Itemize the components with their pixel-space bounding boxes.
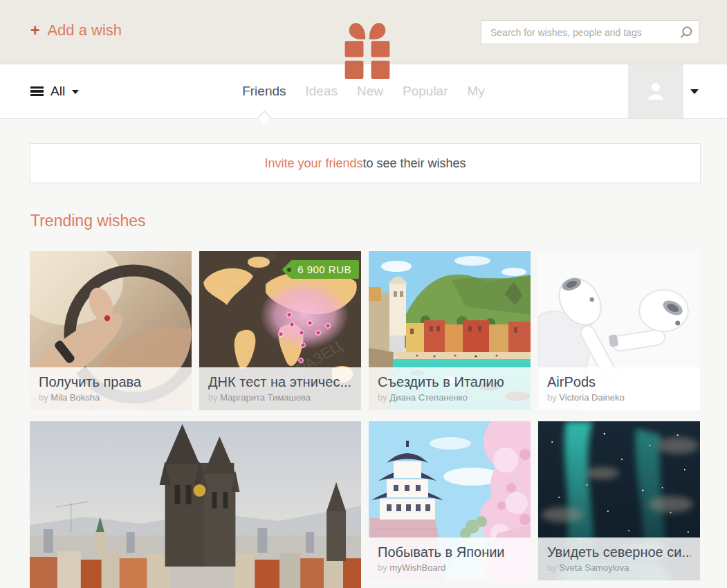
wish-card-prague[interactable]	[30, 421, 361, 588]
menu-icon	[30, 86, 44, 97]
wish-card-airpods[interactable]: AirPods by Victoria Daineko	[538, 251, 700, 410]
wish-title: AirPods	[547, 374, 691, 391]
wish-card-japan[interactable]: Побывать в Японии by myWishBoard	[369, 421, 531, 580]
tab-friends[interactable]: Friends	[242, 84, 286, 99]
search-input[interactable]	[481, 27, 674, 38]
main-content: Invite your friends to see their wishes …	[0, 143, 727, 588]
wish-byline: by Sveta Samoylova	[547, 562, 691, 573]
wish-byline: by Victoria Daineko	[547, 392, 691, 403]
gift-logo-icon[interactable]	[344, 19, 391, 82]
search-icon[interactable]	[674, 21, 699, 44]
tab-new[interactable]: New	[357, 84, 383, 99]
wish-caption: Увидеть северное си... by Sveta Samoylov…	[538, 538, 700, 580]
search-box	[481, 20, 699, 44]
user-menu-caret-down-icon[interactable]	[690, 89, 699, 94]
wish-card-northern-lights[interactable]: Увидеть северное си... by Sveta Samoylov…	[538, 421, 700, 580]
price-badge: 6 900 RUB	[291, 260, 359, 279]
tab-my[interactable]: My	[468, 84, 485, 99]
wish-title: Побывать в Японии	[378, 544, 522, 561]
wish-author: Маргарита Тимашова	[220, 392, 311, 403]
wish-caption: AirPods by Victoria Daineko	[538, 367, 700, 410]
section-title: Trending wishes	[30, 212, 727, 230]
wish-title: Съездить в Италию	[378, 374, 522, 391]
filter-label: All	[50, 84, 65, 99]
wish-title: Увидеть северное си...	[547, 544, 691, 561]
wish-card-italy[interactable]: Съездить в Италию by Диана Степаненко	[369, 251, 531, 410]
wish-byline: by Маргарита Тимашова	[208, 392, 352, 403]
wish-card-dna-test[interactable]: ДНК НАСЛЕДИЕ ОБРАЗЕЦ 6 900 RUB ДНК тест …	[199, 251, 361, 410]
wish-byline: by Диана Степаненко	[378, 392, 522, 403]
wish-title: ДНК тест на этничес...	[208, 374, 352, 391]
invite-friends-link[interactable]: Invite your friends	[264, 156, 362, 171]
wish-byline: by Mila Boksha	[39, 392, 183, 403]
add-wish-button[interactable]: + Add a wish	[30, 21, 122, 39]
invite-suffix: to see their wishes	[363, 156, 466, 171]
invite-banner: Invite your friends to see their wishes	[30, 143, 701, 183]
avatar[interactable]	[628, 64, 683, 118]
wish-card-driving[interactable]: Получить права by Mila Boksha	[30, 251, 192, 410]
wish-image-prague	[30, 421, 361, 588]
wish-byline: by myWishBoard	[378, 562, 522, 573]
top-header: + Add a wish	[0, 0, 727, 64]
add-wish-label: Add a wish	[47, 21, 122, 39]
wish-grid: Получить права by Mila Boksha	[30, 251, 701, 588]
nav-tabs: Friends Ideas New Popular My	[242, 84, 485, 99]
wish-caption: ДНК тест на этничес... by Маргарита Тима…	[199, 367, 361, 410]
wish-author: Диана Степаненко	[389, 392, 468, 403]
wish-caption: Побывать в Японии by myWishBoard	[369, 538, 531, 580]
caret-down-icon	[72, 90, 79, 94]
tab-popular[interactable]: Popular	[403, 84, 448, 99]
wish-author: Sveta Samoylova	[559, 562, 629, 573]
wish-caption: Съездить в Италию by Диана Степаненко	[369, 367, 531, 410]
wish-title: Получить права	[39, 374, 183, 391]
category-filter[interactable]: All	[30, 84, 79, 99]
plus-icon: +	[30, 23, 39, 39]
wish-author: Mila Boksha	[50, 392, 100, 403]
tab-ideas[interactable]: Ideas	[306, 84, 338, 99]
wish-author: myWishBoard	[389, 562, 445, 573]
wish-caption: Получить права by Mila Boksha	[30, 367, 192, 410]
wish-author: Victoria Daineko	[559, 392, 624, 403]
